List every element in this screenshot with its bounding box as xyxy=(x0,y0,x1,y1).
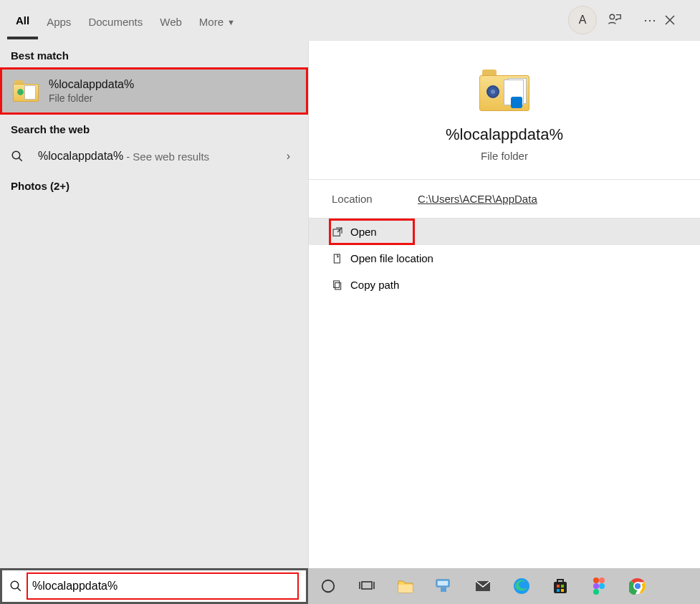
search-box[interactable] xyxy=(0,568,308,604)
location-value[interactable]: C:\Users\ACER\AppData xyxy=(418,193,537,205)
preview-kind: File folder xyxy=(481,150,528,162)
tab-more[interactable]: More ▼ xyxy=(191,4,244,39)
edge-icon[interactable] xyxy=(512,576,532,596)
section-search-web: Search the web xyxy=(0,115,308,141)
tab-web[interactable]: Web xyxy=(151,4,191,39)
close-icon[interactable] xyxy=(664,14,693,26)
open-icon xyxy=(332,226,350,238)
folder-large-icon xyxy=(479,69,529,111)
svg-rect-9 xyxy=(398,585,413,593)
action-open-loc-label: Open file location xyxy=(350,252,433,264)
svg-rect-11 xyxy=(438,581,448,585)
search-filter-tabbar: All Apps Documents Web More ▼ A ⋯ xyxy=(0,0,700,41)
chevron-down-icon: ▼ xyxy=(227,18,235,27)
tab-all[interactable]: All xyxy=(7,4,38,39)
svg-point-0 xyxy=(610,14,614,19)
svg-point-21 xyxy=(593,583,599,589)
web-hint: - See web results xyxy=(126,150,209,163)
svg-point-19 xyxy=(593,577,599,583)
folder-open-icon xyxy=(332,253,350,264)
ms-store-icon[interactable] xyxy=(550,576,570,596)
folder-icon xyxy=(13,80,39,102)
more-options-icon[interactable]: ⋯ xyxy=(636,12,664,28)
copy-icon xyxy=(332,279,350,291)
result-subtitle: File folder xyxy=(49,92,134,104)
search-icon xyxy=(11,150,25,163)
mail-icon[interactable] xyxy=(473,576,493,596)
best-match-result[interactable]: %localappdata% File folder xyxy=(0,67,308,115)
location-label: Location xyxy=(332,193,418,205)
svg-rect-8 xyxy=(362,582,372,589)
svg-point-6 xyxy=(11,581,19,589)
svg-point-1 xyxy=(12,151,20,159)
tab-documents[interactable]: Documents xyxy=(80,4,151,39)
svg-point-23 xyxy=(593,589,599,595)
results-pane: Best match %localappdata% File folder Se… xyxy=(0,41,308,568)
user-avatar[interactable]: A xyxy=(568,6,597,34)
svg-rect-15 xyxy=(557,585,560,588)
search-input[interactable] xyxy=(32,580,297,593)
preview-title: %localappdata% xyxy=(446,125,563,144)
action-copy-path[interactable]: Copy path xyxy=(309,272,700,298)
chrome-icon[interactable] xyxy=(628,576,648,596)
svg-rect-16 xyxy=(561,585,564,588)
section-best-match: Best match xyxy=(0,41,308,67)
preview-pane: %localappdata% File folder Location C:\U… xyxy=(308,41,700,568)
result-title: %localappdata% xyxy=(49,78,134,91)
svg-rect-4 xyxy=(335,282,341,289)
figma-icon[interactable] xyxy=(589,576,609,596)
tab-more-label: More xyxy=(199,16,224,28)
svg-point-7 xyxy=(322,580,335,593)
search-icon xyxy=(9,580,22,593)
action-open[interactable]: Open xyxy=(309,219,700,245)
action-copy-path-label: Copy path xyxy=(350,279,399,291)
svg-rect-17 xyxy=(557,589,560,592)
svg-rect-18 xyxy=(561,589,564,592)
keyboard-app-icon[interactable] xyxy=(434,576,454,596)
taskbar xyxy=(308,568,700,604)
action-open-label: Open xyxy=(350,226,377,238)
location-row: Location C:\Users\ACER\AppData xyxy=(309,180,700,219)
cortana-icon[interactable] xyxy=(318,576,338,596)
web-query: %localappdata% xyxy=(38,150,123,163)
svg-point-22 xyxy=(599,583,605,589)
web-search-result[interactable]: %localappdata% - See web results › xyxy=(0,141,308,171)
svg-point-20 xyxy=(599,577,605,583)
svg-rect-14 xyxy=(554,582,567,593)
svg-rect-3 xyxy=(334,254,340,263)
task-view-icon[interactable] xyxy=(357,576,377,596)
tab-apps[interactable]: Apps xyxy=(38,4,80,39)
section-photos[interactable]: Photos (2+) xyxy=(0,171,308,198)
svg-rect-5 xyxy=(334,281,340,287)
feedback-icon[interactable] xyxy=(607,12,636,28)
chevron-right-icon: › xyxy=(287,150,297,163)
svg-rect-12 xyxy=(441,588,446,592)
file-explorer-icon[interactable] xyxy=(395,576,416,596)
action-open-file-location[interactable]: Open file location xyxy=(309,245,700,272)
